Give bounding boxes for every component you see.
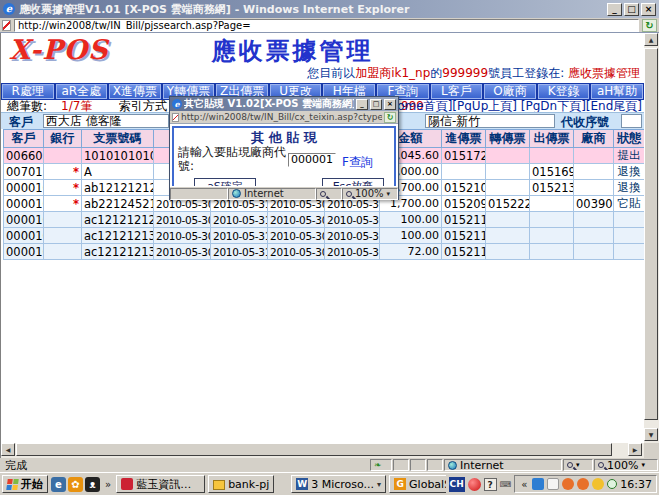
paging-links[interactable]: [Home首頁][PgUp上頁] [PgDn下頁][End尾頁] <box>384 100 642 112</box>
menu-button-aR全處[interactable]: aR全處 <box>56 84 108 99</box>
popup-maximize-button[interactable]: □ <box>370 99 382 110</box>
cell <box>614 212 645 228</box>
login-mid: 的 <box>430 66 442 80</box>
cell <box>530 148 574 164</box>
folder-icon <box>213 480 225 490</box>
dropdown-arrow-icon[interactable]: ▾ <box>377 480 381 489</box>
taskbar-button-bank-pj[interactable]: bank-pj <box>208 475 274 493</box>
help-icon[interactable]: ? <box>484 478 497 491</box>
cell <box>442 164 486 180</box>
cell <box>574 244 614 260</box>
cell: 000010 <box>4 228 44 244</box>
qq-user-icon[interactable] <box>577 478 589 490</box>
cell <box>486 244 530 260</box>
url-input[interactable]: http://win2008/tw/IN_Bill/pjssearch.asp?… <box>14 19 639 32</box>
blue-app-icon[interactable]: e <box>51 477 66 492</box>
popup-status-bar: Internet 100% ▾ <box>170 186 398 200</box>
taskbar-button-label: 藍玉資訊研... <box>136 477 200 492</box>
cell: 000010 <box>4 212 44 228</box>
cancel-button[interactable]: Esc放棄 <box>322 178 384 186</box>
column-header: 轉傳票 <box>486 130 530 148</box>
scroll-right-icon[interactable]: ▶ <box>628 443 642 456</box>
popup-zoom-pane[interactable]: 100% ▾ <box>342 188 398 200</box>
cell: 015210 <box>442 180 486 196</box>
vertical-scrollbar[interactable]: ▲ ▼ <box>644 33 659 443</box>
menu-button-O廠商[interactable]: O廠商 <box>484 84 536 99</box>
internet-zone-icon <box>448 461 457 470</box>
quick-launch-overflow-chevron[interactable]: » <box>103 479 113 490</box>
popup-url[interactable]: http://win2008/tw/IN_Bill/cx_teixin.asp?… <box>181 112 382 122</box>
cell <box>486 212 530 228</box>
orange-app-icon[interactable]: ✿ <box>68 477 83 492</box>
red-app-tray-icon[interactable] <box>468 478 481 491</box>
popup-minimize-button[interactable]: _ <box>356 99 368 110</box>
vendor-code-input[interactable]: 000001 <box>288 153 336 167</box>
horizontal-scroll-thumb[interactable] <box>16 443 612 456</box>
maximize-button[interactable]: □ <box>624 3 639 16</box>
refresh-icon[interactable]: ↻ <box>642 19 657 32</box>
cell: 015209 <box>442 196 486 212</box>
cell: 2010-05-31 <box>211 212 268 228</box>
zoom-value: 100% <box>607 459 638 471</box>
keyboard-icon[interactable]: ⌨ <box>500 480 512 489</box>
zoom-pane[interactable]: 100% ▾ <box>594 459 658 471</box>
popup-form-frame: 其 他 貼 現 請輸入要貼現廠商代號: 000001 F查詢 aS確定 Esc放… <box>172 126 396 186</box>
cell <box>574 180 614 196</box>
taskbar-button-label: 3 Microso... <box>311 478 374 491</box>
confirm-button[interactable]: aS確定 <box>194 178 256 186</box>
windows-logo-icon <box>6 479 19 490</box>
scroll-left-icon[interactable]: ◀ <box>1 443 15 456</box>
windows-tray-icon[interactable] <box>532 478 544 490</box>
table-row[interactable]: 000010ac121212132010-05-302010-05-312010… <box>4 228 645 244</box>
bank-input[interactable]: 陽信-新竹 <box>425 114 555 128</box>
ie-window: e 應收票據管理V1.01 [X-POS 雲端商務網] - Windows In… <box>0 0 659 495</box>
cell: 提出 <box>614 148 645 164</box>
document-tray-icon[interactable] <box>547 478 559 490</box>
start-label: 开始 <box>21 477 43 492</box>
horizontal-scrollbar[interactable]: ◀ ▶ <box>1 443 644 458</box>
popup-address-bar: http://win2008/tw/IN_Bill/cx_teixin.asp?… <box>170 111 398 124</box>
cell <box>530 244 574 260</box>
globalscape-icon: G <box>394 478 406 490</box>
table-row[interactable]: 000010ac121212132010-05-302010-05-312010… <box>4 244 645 260</box>
yellow-tray-icon[interactable] <box>592 478 604 490</box>
collect-serial-input[interactable] <box>621 114 642 128</box>
tray-collapse-chevron[interactable]: « <box>519 479 529 490</box>
popup-refresh-icon[interactable]: ↻ <box>384 112 396 123</box>
menu-button-K登錄[interactable]: K登錄 <box>538 84 590 99</box>
clock-time[interactable]: 16:37 <box>620 478 652 491</box>
menu-button-R處理[interactable]: R處理 <box>2 84 54 99</box>
ime-indicator[interactable]: CH <box>449 477 465 492</box>
taskbar-button-GlobalSCAP...[interactable]: GGlobalSCAP... <box>389 475 446 493</box>
protection-pane[interactable]: ▾ <box>563 459 593 471</box>
qq-user-icon[interactable] <box>562 478 574 490</box>
query-link[interactable]: F查詢 <box>342 154 373 171</box>
cell: 000010 <box>4 244 44 260</box>
magnifier-icon <box>598 462 604 468</box>
minimize-button[interactable]: _ <box>607 3 622 16</box>
table-row[interactable]: 000010ac121212122010-05-302010-05-312010… <box>4 212 645 228</box>
cell: 2010-05-30 <box>268 244 325 260</box>
scroll-up-icon[interactable]: ▲ <box>644 33 658 46</box>
vertical-scroll-thumb[interactable] <box>644 48 658 420</box>
start-button[interactable]: 开始 <box>2 475 48 493</box>
menu-button-L客戶[interactable]: L客戶 <box>431 84 483 99</box>
login-app: 應收票據管理 <box>568 66 640 80</box>
scroll-down-icon[interactable]: ▼ <box>644 428 658 441</box>
status-pane <box>393 459 409 471</box>
menu-button-X進傳票[interactable]: X進傳票 <box>109 84 161 99</box>
popup-status-pane <box>170 188 228 200</box>
status-pane <box>427 459 443 471</box>
taskbar-button-label: bank-pj <box>228 478 269 491</box>
cell: 000010 <box>4 196 44 212</box>
taskbar-button-3 Microso...[interactable]: W3 Microso...▾ <box>291 475 386 493</box>
taskbar-button-藍玉資訊研...[interactable]: 藍玉資訊研... <box>116 475 205 493</box>
close-button[interactable]: × <box>641 3 656 16</box>
popup-close-button[interactable]: × <box>384 99 396 110</box>
customer-input[interactable]: 西大店 億客隆 <box>43 114 169 128</box>
cell: 2010-05-30 <box>325 244 380 260</box>
qq-penguin-icon[interactable]: ᴥ <box>85 477 100 492</box>
menu-button-aH幫助[interactable]: aH幫助 <box>591 84 643 99</box>
login-merchant: 加盟商ik1_np <box>355 66 430 80</box>
cell: 100.00 <box>380 228 442 244</box>
